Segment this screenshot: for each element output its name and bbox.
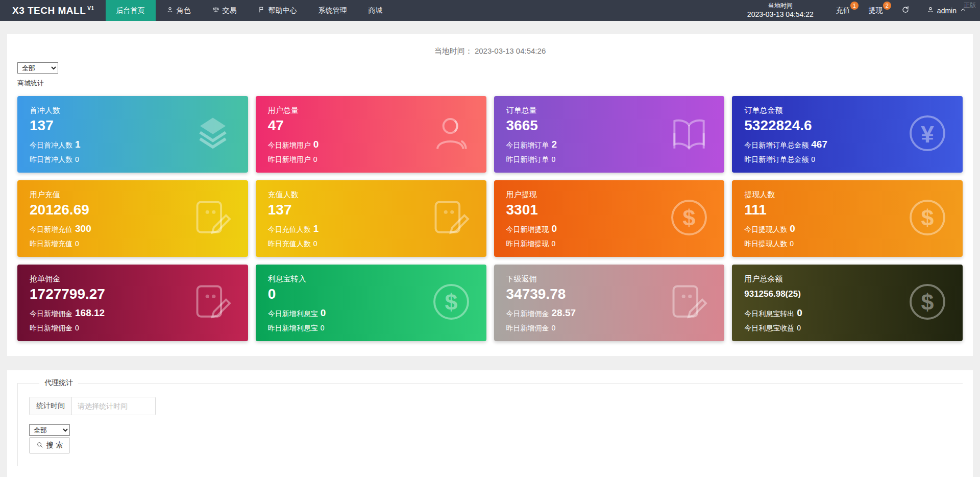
local-time-label: 当地时间 (747, 2, 814, 10)
dollar-circle-icon: $ (429, 280, 473, 326)
local-time-value: 2023-03-13 04:54:22 (747, 10, 814, 19)
svg-text:$: $ (921, 289, 934, 315)
stat-card-7: 用户提现3301今日新增提现0昨日新增提现0$ (494, 180, 725, 257)
recharge-button[interactable]: 充值 1 (827, 0, 860, 21)
recharge-badge: 1 (850, 2, 859, 10)
stat-time-label: 统计时间 (30, 397, 72, 415)
stat-card-8: 提现人数111今日提现人数0昨日提现人数0$ (732, 180, 963, 257)
agent-stats-legend: 代理统计 (39, 378, 78, 388)
edit-doc-icon (191, 280, 235, 326)
agent-stats-panel: 代理统计 统计时间 全部 搜 索 姓名客服数量累计用户团队余额今日充值累计充值今… (7, 370, 973, 477)
agent-scope-select[interactable]: 全部 (29, 424, 70, 436)
stat-card-10: 利息宝转入0今日新增利息宝0昨日新增利息宝0$ (256, 265, 486, 341)
flag-icon (258, 6, 265, 15)
nav-item-label: 交易 (223, 6, 237, 15)
withdraw-badge: 2 (883, 2, 891, 10)
svg-text:¥: ¥ (921, 121, 934, 148)
nav-item-label: 帮助中心 (268, 6, 297, 15)
nav-item-4[interactable]: 帮助中心 (248, 0, 308, 21)
stat-card-6: 充值人数137今日充值人数1昨日充值人数0 (256, 180, 486, 257)
page-local-time: 当地时间： 2023-03-13 04:54:26 (17, 46, 963, 56)
dollar-circle-icon: $ (905, 196, 949, 242)
stat-card-4: 订单总金额5322824.6今日新增订单总金额467昨日新增订单总金额0¥ (732, 96, 963, 173)
nav-item-label: 商城 (369, 6, 383, 15)
nav-item-6[interactable]: 商城 (358, 0, 394, 21)
dollar-circle-icon: $ (905, 280, 949, 326)
nav-item-label: 后台首页 (116, 6, 145, 15)
user-icon (927, 6, 934, 15)
refresh-icon (901, 6, 910, 16)
scales-icon (212, 6, 219, 15)
stat-card-5: 用户充值20126.69今日新增充值300昨日新增充值0 (17, 180, 248, 257)
refresh-button[interactable] (892, 6, 919, 16)
search-icon (36, 441, 43, 450)
main-nav: 后台首页角色交易帮助中心系统管理商城 (106, 0, 394, 21)
nav-item-1[interactable]: 后台首页 (106, 0, 156, 21)
person-icon (166, 6, 174, 15)
username: admin (937, 7, 957, 15)
search-button[interactable]: 搜 索 (29, 437, 70, 454)
nav-item-3[interactable]: 交易 (202, 0, 248, 21)
yen-circle-icon: ¥ (905, 111, 949, 157)
svg-text:$: $ (683, 205, 696, 230)
stat-card-2: 用户总量47今日新增用户0昨日新增用户0 (256, 96, 486, 173)
stats-scope-select[interactable]: 全部 (17, 62, 58, 74)
edit-doc-icon (191, 196, 235, 242)
navbar-local-time: 当地时间 2023-03-13 04:54:22 (734, 2, 827, 19)
book-icon (667, 111, 711, 157)
edit-doc-icon (667, 280, 711, 326)
nav-item-2[interactable]: 角色 (156, 0, 202, 21)
section-label: 商城统计 (17, 79, 963, 88)
navbar-right: 当地时间 2023-03-13 04:54:22 充值 1 提现 2 admin (734, 0, 980, 21)
brand-logo[interactable]: X3 TECH MALL V1 (0, 0, 106, 21)
stat-card-1: 首冲人数137今日首冲人数1昨日首冲人数0 (17, 96, 248, 173)
dollar-circle-icon: $ (667, 196, 711, 242)
nav-item-5[interactable]: 系统管理 (308, 0, 358, 21)
edit-doc-icon (429, 196, 473, 242)
brand-version: V1 (87, 6, 94, 11)
agent-stats-fieldset: 代理统计 统计时间 全部 搜 索 (17, 378, 963, 466)
stat-time-input[interactable] (72, 397, 155, 415)
stat-cards-grid: 首冲人数137今日首冲人数1昨日首冲人数0用户总量47今日新增用户0昨日新增用户… (17, 96, 963, 341)
layers-icon (191, 111, 235, 157)
withdraw-button[interactable]: 提现 2 (860, 0, 892, 21)
svg-text:$: $ (921, 205, 934, 230)
nav-item-label: 角色 (177, 6, 191, 15)
stat-card-11: 下级返佣34739.78今日新增佣金28.57昨日新增佣金0 (494, 265, 725, 341)
svg-text:$: $ (445, 289, 457, 315)
top-navbar: X3 TECH MALL V1 后台首页角色交易帮助中心系统管理商城 当地时间 … (0, 0, 980, 21)
stat-card-12: 用户总余额931256.98(25)今日利息宝转出0今日利息宝收益0$ (732, 265, 963, 341)
nav-item-label: 系统管理 (318, 6, 347, 15)
person-outline-icon (429, 111, 473, 157)
stat-time-group: 统计时间 (29, 397, 156, 415)
stat-card-3: 订单总量3665今日新增订单2昨日新增订单0 (494, 96, 725, 173)
stat-card-9: 抢单佣金1727799.27今日新增佣金168.12昨日新增佣金0 (17, 265, 248, 341)
mall-stats-panel: 当地时间： 2023-03-13 04:54:26 全部 商城统计 首冲人数13… (7, 34, 973, 356)
genuine-watermark: 正版 (964, 1, 976, 10)
